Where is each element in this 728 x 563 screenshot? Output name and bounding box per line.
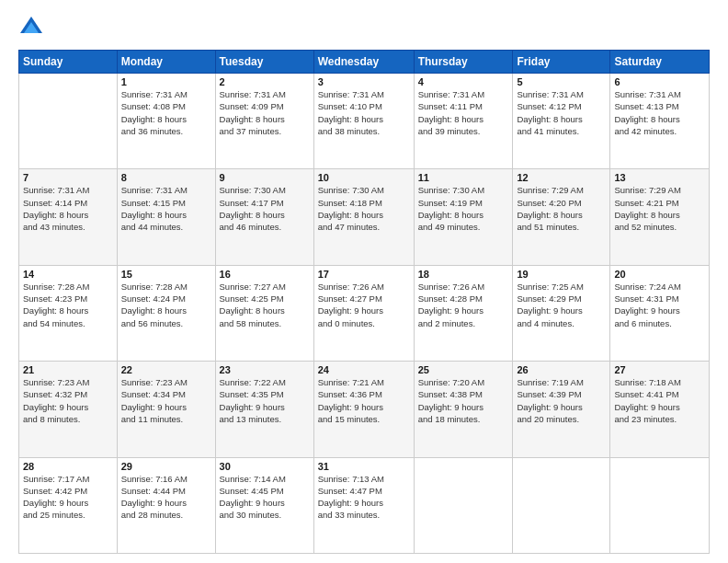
calendar-day-header: Sunday <box>19 51 118 74</box>
calendar-cell: 14Sunrise: 7:28 AM Sunset: 4:23 PM Dayli… <box>19 265 118 361</box>
day-number: 7 <box>23 172 113 183</box>
calendar-cell <box>610 457 710 553</box>
day-number: 3 <box>318 76 410 87</box>
day-number: 11 <box>418 172 509 183</box>
day-number: 8 <box>121 172 211 183</box>
day-number: 21 <box>23 364 113 375</box>
day-info: Sunrise: 7:31 AM Sunset: 4:14 PM Dayligh… <box>23 184 113 233</box>
day-number: 29 <box>121 461 211 472</box>
page: SundayMondayTuesdayWednesdayThursdayFrid… <box>0 0 728 563</box>
calendar-cell: 6Sunrise: 7:31 AM Sunset: 4:13 PM Daylig… <box>610 74 710 169</box>
day-info: Sunrise: 7:20 AM Sunset: 4:38 PM Dayligh… <box>418 376 509 425</box>
day-info: Sunrise: 7:28 AM Sunset: 4:24 PM Dayligh… <box>121 281 211 329</box>
calendar-cell: 26Sunrise: 7:19 AM Sunset: 4:39 PM Dayli… <box>513 362 610 457</box>
day-info: Sunrise: 7:25 AM Sunset: 4:29 PM Dayligh… <box>517 281 606 329</box>
day-number: 6 <box>614 76 705 87</box>
day-info: Sunrise: 7:31 AM Sunset: 4:09 PM Dayligh… <box>220 88 310 137</box>
calendar-cell: 9Sunrise: 7:30 AM Sunset: 4:17 PM Daylig… <box>215 169 313 265</box>
day-info: Sunrise: 7:23 AM Sunset: 4:32 PM Dayligh… <box>23 376 113 425</box>
day-info: Sunrise: 7:30 AM Sunset: 4:18 PM Dayligh… <box>318 184 410 233</box>
day-info: Sunrise: 7:26 AM Sunset: 4:28 PM Dayligh… <box>418 281 509 329</box>
calendar-cell: 13Sunrise: 7:29 AM Sunset: 4:21 PM Dayli… <box>610 169 710 265</box>
day-number: 17 <box>318 269 410 280</box>
calendar-cell: 11Sunrise: 7:30 AM Sunset: 4:19 PM Dayli… <box>414 169 513 265</box>
calendar-day-header: Wednesday <box>313 51 414 74</box>
calendar-week-row: 28Sunrise: 7:17 AM Sunset: 4:42 PM Dayli… <box>19 457 710 553</box>
day-info: Sunrise: 7:19 AM Sunset: 4:39 PM Dayligh… <box>517 376 606 425</box>
calendar-cell: 23Sunrise: 7:22 AM Sunset: 4:35 PM Dayli… <box>215 362 313 457</box>
day-number: 16 <box>220 269 310 280</box>
calendar-cell: 17Sunrise: 7:26 AM Sunset: 4:27 PM Dayli… <box>313 265 414 361</box>
day-info: Sunrise: 7:31 AM Sunset: 4:08 PM Dayligh… <box>121 88 211 137</box>
day-info: Sunrise: 7:30 AM Sunset: 4:17 PM Dayligh… <box>220 184 310 233</box>
calendar-cell: 20Sunrise: 7:24 AM Sunset: 4:31 PM Dayli… <box>610 265 710 361</box>
calendar-header-row: SundayMondayTuesdayWednesdayThursdayFrid… <box>19 51 710 74</box>
calendar-day-header: Monday <box>117 51 215 74</box>
day-number: 19 <box>517 269 606 280</box>
day-number: 26 <box>517 364 606 375</box>
calendar-day-header: Tuesday <box>215 51 313 74</box>
calendar-cell: 1Sunrise: 7:31 AM Sunset: 4:08 PM Daylig… <box>117 74 215 169</box>
calendar-cell: 25Sunrise: 7:20 AM Sunset: 4:38 PM Dayli… <box>414 362 513 457</box>
day-number: 25 <box>418 364 509 375</box>
calendar-cell: 18Sunrise: 7:26 AM Sunset: 4:28 PM Dayli… <box>414 265 513 361</box>
calendar-cell: 29Sunrise: 7:16 AM Sunset: 4:44 PM Dayli… <box>117 457 215 553</box>
day-info: Sunrise: 7:31 AM Sunset: 4:15 PM Dayligh… <box>121 184 211 233</box>
calendar-cell: 15Sunrise: 7:28 AM Sunset: 4:24 PM Dayli… <box>117 265 215 361</box>
calendar-week-row: 14Sunrise: 7:28 AM Sunset: 4:23 PM Dayli… <box>19 265 710 361</box>
day-info: Sunrise: 7:23 AM Sunset: 4:34 PM Dayligh… <box>121 376 211 425</box>
day-info: Sunrise: 7:13 AM Sunset: 4:47 PM Dayligh… <box>318 473 410 522</box>
calendar-cell: 7Sunrise: 7:31 AM Sunset: 4:14 PM Daylig… <box>19 169 118 265</box>
day-info: Sunrise: 7:31 AM Sunset: 4:11 PM Dayligh… <box>418 88 509 137</box>
day-number: 22 <box>121 364 211 375</box>
calendar-cell: 21Sunrise: 7:23 AM Sunset: 4:32 PM Dayli… <box>19 362 118 457</box>
calendar-day-header: Saturday <box>610 51 710 74</box>
day-info: Sunrise: 7:18 AM Sunset: 4:41 PM Dayligh… <box>614 376 705 425</box>
calendar-cell: 24Sunrise: 7:21 AM Sunset: 4:36 PM Dayli… <box>313 362 414 457</box>
calendar-cell: 8Sunrise: 7:31 AM Sunset: 4:15 PM Daylig… <box>117 169 215 265</box>
calendar-cell: 2Sunrise: 7:31 AM Sunset: 4:09 PM Daylig… <box>215 74 313 169</box>
calendar-week-row: 1Sunrise: 7:31 AM Sunset: 4:08 PM Daylig… <box>19 74 710 169</box>
day-info: Sunrise: 7:22 AM Sunset: 4:35 PM Dayligh… <box>220 376 310 425</box>
calendar-cell: 3Sunrise: 7:31 AM Sunset: 4:10 PM Daylig… <box>313 74 414 169</box>
day-info: Sunrise: 7:21 AM Sunset: 4:36 PM Dayligh… <box>318 376 410 425</box>
day-number: 9 <box>220 172 310 183</box>
day-number: 4 <box>418 76 509 87</box>
day-info: Sunrise: 7:17 AM Sunset: 4:42 PM Dayligh… <box>23 473 113 522</box>
day-info: Sunrise: 7:30 AM Sunset: 4:19 PM Dayligh… <box>418 184 509 233</box>
day-info: Sunrise: 7:24 AM Sunset: 4:31 PM Dayligh… <box>614 281 705 329</box>
calendar-cell: 27Sunrise: 7:18 AM Sunset: 4:41 PM Dayli… <box>610 362 710 457</box>
day-info: Sunrise: 7:31 AM Sunset: 4:13 PM Dayligh… <box>614 88 705 137</box>
header <box>18 15 710 40</box>
logo <box>18 15 48 40</box>
calendar-cell: 16Sunrise: 7:27 AM Sunset: 4:25 PM Dayli… <box>215 265 313 361</box>
calendar-cell: 12Sunrise: 7:29 AM Sunset: 4:20 PM Dayli… <box>513 169 610 265</box>
day-number: 23 <box>220 364 310 375</box>
day-number: 28 <box>23 461 113 472</box>
day-number: 12 <box>517 172 606 183</box>
calendar-cell: 22Sunrise: 7:23 AM Sunset: 4:34 PM Dayli… <box>117 362 215 457</box>
calendar-cell: 4Sunrise: 7:31 AM Sunset: 4:11 PM Daylig… <box>414 74 513 169</box>
calendar: SundayMondayTuesdayWednesdayThursdayFrid… <box>18 50 710 554</box>
day-info: Sunrise: 7:27 AM Sunset: 4:25 PM Dayligh… <box>220 281 310 329</box>
day-info: Sunrise: 7:31 AM Sunset: 4:12 PM Dayligh… <box>517 88 606 137</box>
day-number: 18 <box>418 269 509 280</box>
day-info: Sunrise: 7:28 AM Sunset: 4:23 PM Dayligh… <box>23 281 113 329</box>
day-info: Sunrise: 7:29 AM Sunset: 4:20 PM Dayligh… <box>517 184 606 233</box>
calendar-week-row: 21Sunrise: 7:23 AM Sunset: 4:32 PM Dayli… <box>19 362 710 457</box>
day-number: 20 <box>614 269 705 280</box>
calendar-week-row: 7Sunrise: 7:31 AM Sunset: 4:14 PM Daylig… <box>19 169 710 265</box>
calendar-cell <box>19 74 118 169</box>
day-number: 2 <box>220 76 310 87</box>
calendar-day-header: Friday <box>513 51 610 74</box>
calendar-cell <box>513 457 610 553</box>
calendar-cell: 30Sunrise: 7:14 AM Sunset: 4:45 PM Dayli… <box>215 457 313 553</box>
calendar-cell <box>414 457 513 553</box>
day-info: Sunrise: 7:29 AM Sunset: 4:21 PM Dayligh… <box>614 184 705 233</box>
day-info: Sunrise: 7:31 AM Sunset: 4:10 PM Dayligh… <box>318 88 410 137</box>
day-info: Sunrise: 7:16 AM Sunset: 4:44 PM Dayligh… <box>121 473 211 522</box>
day-number: 1 <box>121 76 211 87</box>
calendar-cell: 5Sunrise: 7:31 AM Sunset: 4:12 PM Daylig… <box>513 74 610 169</box>
day-number: 15 <box>121 269 211 280</box>
day-info: Sunrise: 7:26 AM Sunset: 4:27 PM Dayligh… <box>318 281 410 329</box>
